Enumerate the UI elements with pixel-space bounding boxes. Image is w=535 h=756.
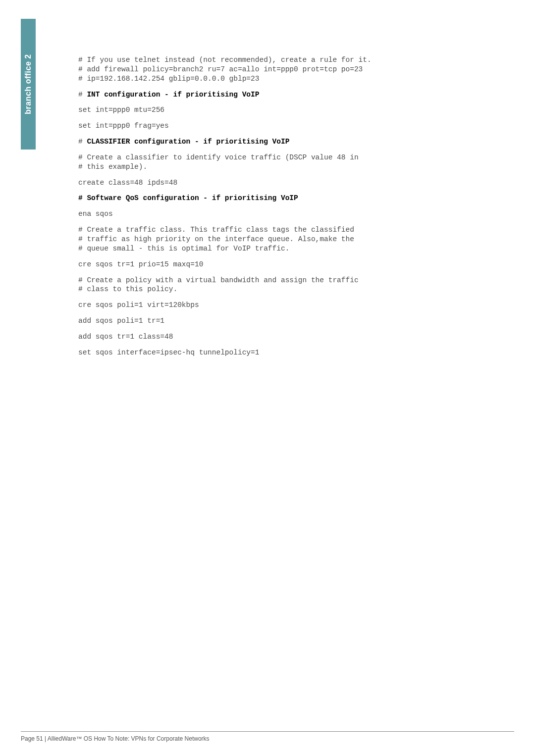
code-line: create class=48 ipds=48 xyxy=(78,178,509,188)
code-line: # INT configuration - if prioritising Vo… xyxy=(78,90,509,100)
code-heading: INT configuration - if prioritising VoIP xyxy=(87,91,259,99)
code-line: # Create a policy with a virtual bandwid… xyxy=(78,276,509,295)
code-line: # If you use telnet instead (not recomme… xyxy=(78,55,509,84)
code-line: # Software QoS configuration - if priori… xyxy=(78,194,509,203)
code-line: cre sqos tr=1 prio=15 maxq=10 xyxy=(78,260,509,269)
sidebar-label: branch office 2 xyxy=(24,54,33,114)
code-line: ena sqos xyxy=(78,209,509,219)
code-line: cre sqos poli=1 virt=120kbps xyxy=(78,301,509,310)
code-line: # Create a classifier to identify voice … xyxy=(78,153,509,172)
footer-divider xyxy=(21,731,514,732)
code-line: # CLASSIFIER configuration - if prioriti… xyxy=(78,137,509,147)
code-heading: # Software QoS configuration - if priori… xyxy=(78,194,298,202)
code-line: # Create a traffic class. This traffic c… xyxy=(78,225,509,253)
code-content: # If you use telnet instead (not recomme… xyxy=(78,55,509,364)
code-line: set int=ppp0 frag=yes xyxy=(78,121,509,131)
sidebar-tab: branch office 2 xyxy=(21,19,36,150)
code-line: set int=ppp0 mtu=256 xyxy=(78,105,509,115)
code-line: add sqos poli=1 tr=1 xyxy=(78,316,509,326)
footer-text: Page 51 | AlliedWare™ OS How To Note: VP… xyxy=(21,735,210,742)
code-heading: CLASSIFIER configuration - if prioritisi… xyxy=(87,138,289,146)
code-line: set sqos interface=ipsec-hq tunnelpolicy… xyxy=(78,348,509,357)
code-line: add sqos tr=1 class=48 xyxy=(78,332,509,342)
